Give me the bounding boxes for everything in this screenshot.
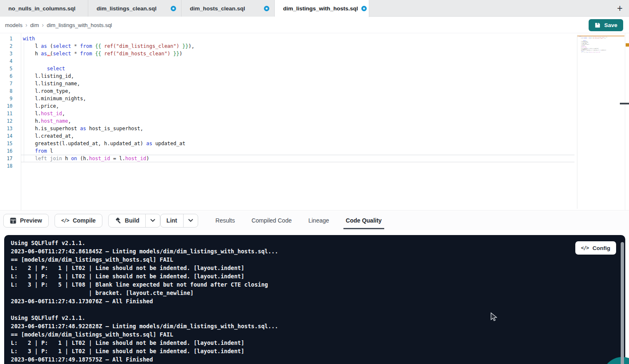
code-editor[interactable]: 1with2 l as (select * from {{ ref("dim_l… xyxy=(0,33,629,210)
terminal-line: 2023-06-06T11:27:48.922828Z — Linting mo… xyxy=(11,322,613,330)
code-token: l.created_at, xyxy=(23,133,74,139)
code-token: as xyxy=(80,126,86,131)
code-line[interactable]: 11 l.host_id, xyxy=(0,110,574,117)
code-token: as xyxy=(41,43,47,49)
save-floppy-icon xyxy=(594,22,601,28)
code-token: from xyxy=(80,43,92,49)
code-line[interactable]: 16 from l xyxy=(0,147,574,155)
tab-code-quality[interactable]: Code Quality xyxy=(346,211,382,230)
code-token: h.is_superhost xyxy=(23,126,80,131)
line-number: 5 xyxy=(0,65,12,72)
code-line[interactable]: 8 l.room_type, xyxy=(0,87,574,95)
tab-results[interactable]: Results xyxy=(216,211,235,230)
code-line[interactable]: 12 h.host_name, xyxy=(0,117,574,125)
tab-dim-hosts-clean[interactable]: dim_hosts_clean.sql xyxy=(181,0,275,17)
preview-button[interactable]: Preview xyxy=(3,214,49,228)
line-number: 14 xyxy=(0,132,12,140)
terminal-line: L: 2 | P: 1 | LT02 | Line should not be … xyxy=(11,264,613,272)
tab-compiled-code[interactable]: Compiled Code xyxy=(251,211,292,230)
tab-label: dim_hosts_clean.sql xyxy=(190,5,245,12)
code-line[interactable]: 3 h as (select * from {{ ref("dim_hosts_… xyxy=(0,50,574,57)
code-token: ( xyxy=(47,43,53,49)
new-tab-button[interactable]: + xyxy=(614,2,626,14)
code-line[interactable]: 13 h.is_superhost as host_is_superhost, xyxy=(0,125,574,132)
code-token: host_is_superhost, xyxy=(86,126,143,131)
breadcrumb-models[interactable]: models xyxy=(5,22,22,28)
code-line[interactable]: 1with xyxy=(0,35,574,42)
action-toolbar: Preview </> Compile Build Lint xyxy=(0,211,629,230)
code-line[interactable]: 17 left join h on (h.host_id = l.host_id… xyxy=(0,155,574,162)
code-token: host_name xyxy=(41,118,68,124)
code-brackets-icon: </> xyxy=(61,218,69,223)
code-line[interactable]: 10 l.price, xyxy=(0,102,574,110)
lint-split-button: Lint xyxy=(160,214,198,228)
line-number: 3 xyxy=(0,50,12,57)
preview-table-icon xyxy=(10,218,16,224)
line-number: 18 xyxy=(0,162,12,170)
code-text: l.minimum_nights, xyxy=(23,95,86,102)
terminal-line: L: 3 | P: 5 | LT08 | Blank line expected… xyxy=(11,280,613,289)
code-line[interactable]: 4 xyxy=(0,57,574,65)
code-token: from xyxy=(35,148,47,154)
code-token: l.listing_id, xyxy=(23,73,74,79)
terminal-line: == [models/dim/dim_listings_with_hosts.s… xyxy=(11,255,613,264)
tab-no-nulls-in-columns[interactable]: no_nulls_in_columns.sql xyxy=(0,0,88,17)
config-label: Config xyxy=(592,245,610,251)
code-token: select xyxy=(47,66,65,72)
minimap-token: ), xyxy=(607,37,607,37)
tab-dim-listings-clean[interactable]: dim_listings_clean.sql xyxy=(88,0,181,17)
code-token: * xyxy=(74,43,77,49)
code-line[interactable]: 14 l.created_at, xyxy=(0,132,574,140)
overview-ruler[interactable] xyxy=(625,33,629,210)
code-text: from l xyxy=(23,147,53,155)
terminal-line: L: 3 | P: 1 | LT02 | Line should not be … xyxy=(11,347,613,355)
tab-dim-listings-with-hosts[interactable]: dim_listings_with_hosts.sql xyxy=(275,0,369,17)
compile-button[interactable]: </> Compile xyxy=(55,214,102,228)
lint-button[interactable]: Lint xyxy=(161,214,183,227)
code-token xyxy=(71,51,74,57)
line-number: 9 xyxy=(0,95,12,102)
code-line[interactable]: 5 select xyxy=(0,65,574,72)
config-button[interactable]: </> Config xyxy=(575,241,616,255)
code-line[interactable]: 15 greatest(l.updated_at, h.updated_at) … xyxy=(0,140,574,147)
code-brackets-icon: </> xyxy=(581,245,589,251)
code-token: = l. xyxy=(110,156,125,161)
line-number: 15 xyxy=(0,140,12,147)
code-token: select xyxy=(53,51,71,57)
terminal-line: 2023-06-06T11:27:43.173076Z — All Finish… xyxy=(11,297,613,305)
line-number: 12 xyxy=(0,117,12,125)
ide-window: no_nulls_in_columns.sql dim_listings_cle… xyxy=(0,0,629,364)
line-number: 2 xyxy=(0,42,12,50)
hammer-icon xyxy=(114,217,121,224)
code-line[interactable]: 18 xyxy=(0,162,574,170)
editor-scroll-indicator[interactable] xyxy=(620,103,629,104)
breadcrumb: models › dim › dim_listings_with_hosts.s… xyxy=(5,22,112,28)
tab-label: dim_listings_clean.sql xyxy=(97,5,157,12)
lint-options-dropdown[interactable] xyxy=(183,214,198,227)
code-token: ) xyxy=(146,156,149,161)
breadcrumb-dim[interactable]: dim xyxy=(30,22,39,28)
lint-label: Lint xyxy=(167,217,177,224)
code-token: left join xyxy=(35,156,62,161)
minimap[interactable]: with l as (select * from {{ ref("dim_lis… xyxy=(577,35,624,209)
save-button[interactable]: Save xyxy=(589,19,623,31)
chevron-down-icon xyxy=(188,219,193,222)
code-line[interactable]: 2 l as (select * from {{ ref("dim_listin… xyxy=(0,42,574,50)
breadcrumb-file[interactable]: dim_listings_with_hosts.sql xyxy=(47,22,112,28)
code-text: left join h on (h.host_id = l.host_id) xyxy=(23,155,149,162)
line-number: 16 xyxy=(0,147,12,155)
code-text: l.listing_id, xyxy=(23,72,74,80)
line-number: 8 xyxy=(0,87,12,95)
code-token: ref("dim_hosts_clean") xyxy=(104,51,170,57)
code-line[interactable]: 6 l.listing_id, xyxy=(0,72,574,80)
code-line[interactable]: 7 l.listing_name, xyxy=(0,80,574,87)
tab-lineage[interactable]: Lineage xyxy=(308,211,329,230)
terminal-scrollbar[interactable] xyxy=(621,242,624,364)
lint-output-terminal: Using SQLFluff v2.1.1.2023-06-06T11:27:4… xyxy=(4,235,625,364)
build-options-dropdown[interactable] xyxy=(145,214,160,227)
build-button[interactable]: Build xyxy=(109,214,145,227)
unsaved-changes-icon xyxy=(264,6,269,11)
code-line[interactable]: 9 l.minimum_nights, xyxy=(0,95,574,102)
code-text: l.host_id, xyxy=(23,110,65,117)
code-token: ) xyxy=(179,51,182,57)
